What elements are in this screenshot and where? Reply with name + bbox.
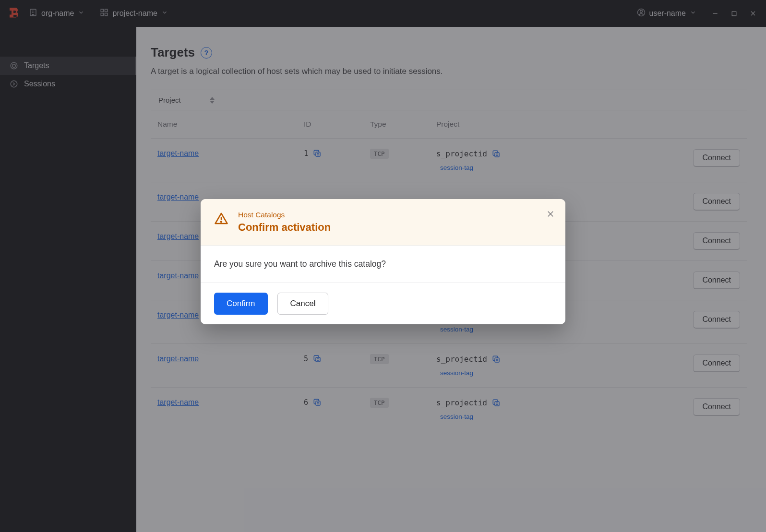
cancel-button[interactable]: Cancel — [277, 293, 329, 315]
svg-point-25 — [221, 221, 222, 222]
modal-pretitle: Host Catalogs — [238, 211, 331, 219]
warning-icon — [214, 212, 228, 234]
modal-body-text: Are you sure you want to archive this ca… — [201, 246, 565, 283]
confirm-button[interactable]: Confirm — [214, 293, 268, 315]
modal-overlay[interactable]: Host Catalogs Confirm activation Are you… — [0, 0, 766, 532]
modal-close-button[interactable] — [546, 210, 555, 220]
modal-title: Confirm activation — [238, 221, 331, 234]
confirm-modal: Host Catalogs Confirm activation Are you… — [201, 199, 565, 324]
